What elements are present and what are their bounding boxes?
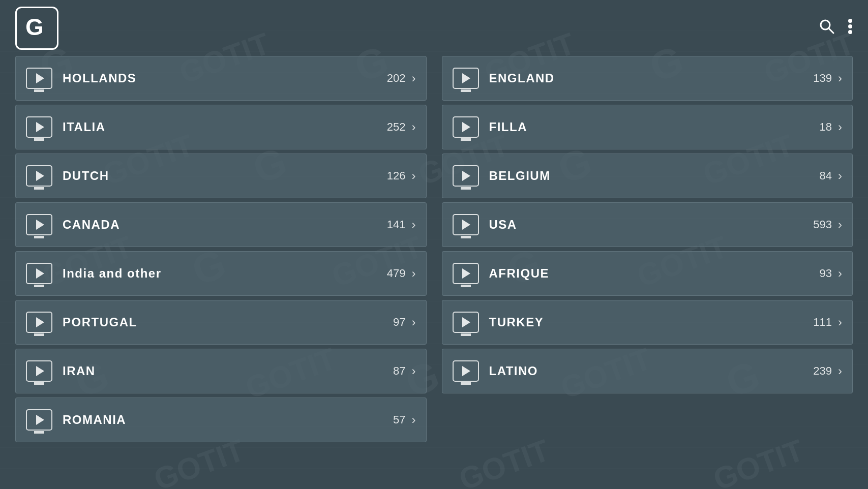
play-icon [462,220,470,230]
category-name: IRAN [63,364,393,378]
category-count: 126 [387,169,406,182]
category-item-iran[interactable]: IRAN 87 › [15,349,427,393]
category-count: 111 [813,316,832,329]
category-count: 593 [813,218,832,231]
category-name: BELGIUM [489,169,820,183]
tv-icon [26,360,52,382]
chevron-right-icon: › [412,315,416,329]
play-icon [462,73,470,83]
chevron-right-icon: › [412,120,416,134]
chevron-right-icon: › [838,315,842,329]
chevron-right-icon: › [412,71,416,85]
category-name: HOLLANDS [63,71,387,85]
more-options-icon[interactable] [848,18,853,38]
svg-point-4 [848,24,852,28]
category-name: USA [489,218,814,232]
play-icon [36,171,44,181]
tv-icon [453,263,479,284]
logo-icon: G [23,14,51,42]
tv-icon [453,116,479,138]
play-icon [36,415,44,425]
category-item-dutch[interactable]: DUTCH 126 › [15,154,427,198]
category-item-turkey[interactable]: TURKEY 111 › [442,300,853,345]
svg-line-2 [829,28,833,33]
chevron-right-icon: › [838,364,842,378]
category-name: India and other [63,266,387,281]
category-item-canada[interactable]: CANADA 141 › [15,202,427,247]
category-count: 18 [820,120,832,134]
category-item-england[interactable]: ENGLAND 139 › [442,56,853,101]
chevron-right-icon: › [412,413,416,427]
category-item-belgium[interactable]: BELGIUM 84 › [442,154,853,198]
category-count: 93 [820,267,832,280]
category-name: ENGLAND [489,71,814,85]
svg-text:G: G [25,14,44,40]
chevron-right-icon: › [838,266,842,281]
header-actions [792,18,853,38]
logo: G [15,7,76,50]
play-icon [36,317,44,327]
category-item-filla[interactable]: FILLA 18 › [442,105,853,149]
play-icon [462,122,470,132]
tv-icon [26,116,52,138]
left-column: HOLLANDS 202 › ITALIA 252 › DUTCH 126 › [15,56,434,489]
main-content: HOLLANDS 202 › ITALIA 252 › DUTCH 126 › [0,56,868,489]
category-count: 479 [387,267,406,280]
category-count: 141 [387,218,406,231]
tv-icon [453,360,479,382]
category-item-romania[interactable]: ROMANIA 57 › [15,398,427,442]
tv-icon [453,214,479,235]
category-count: 139 [813,72,832,85]
chevron-right-icon: › [412,364,416,378]
category-count: 97 [393,316,405,329]
category-item-portugal[interactable]: PORTUGAL 97 › [15,300,427,345]
svg-point-5 [848,30,852,34]
tv-icon [26,165,52,187]
chevron-right-icon: › [412,169,416,183]
tv-icon [453,312,479,333]
play-icon [36,268,44,279]
tv-icon [26,214,52,235]
category-item-hollands[interactable]: HOLLANDS 202 › [15,56,427,101]
play-icon [462,268,470,279]
play-icon [462,171,470,181]
play-icon [462,317,470,327]
category-name: TURKEY [489,315,814,329]
play-icon [462,366,470,376]
category-name: LATINO [489,364,814,378]
header: G [0,0,868,56]
category-count: 57 [393,413,405,426]
chevron-right-icon: › [838,71,842,85]
tv-icon [453,165,479,187]
logo-box: G [15,7,58,50]
chevron-right-icon: › [412,218,416,232]
category-item-usa[interactable]: USA 593 › [442,202,853,247]
tv-icon [26,68,52,89]
category-item-india-and-other[interactable]: India and other 479 › [15,251,427,296]
chevron-right-icon: › [412,266,416,281]
search-icon[interactable] [819,18,835,38]
chevron-right-icon: › [838,120,842,134]
category-name: DUTCH [63,169,387,183]
tv-icon [26,263,52,284]
category-name: ITALIA [63,120,387,134]
category-name: FILLA [489,120,820,134]
category-count: 252 [387,120,406,134]
category-count: 84 [820,169,832,182]
category-item-italia[interactable]: ITALIA 252 › [15,105,427,149]
category-count: 239 [813,364,832,378]
category-count: 202 [387,72,406,85]
play-icon [36,366,44,376]
category-name: ROMANIA [63,413,393,427]
tv-icon [453,68,479,89]
tv-icon [26,312,52,333]
category-count: 87 [393,364,405,378]
category-item-latino[interactable]: LATINO 239 › [442,349,853,393]
category-item-afrique[interactable]: AFRIQUE 93 › [442,251,853,296]
play-icon [36,73,44,83]
chevron-right-icon: › [838,218,842,232]
right-column: ENGLAND 139 › FILLA 18 › BELGIUM 84 › [434,56,853,489]
play-icon [36,122,44,132]
category-name: PORTUGAL [63,315,393,329]
chevron-right-icon: › [838,169,842,183]
